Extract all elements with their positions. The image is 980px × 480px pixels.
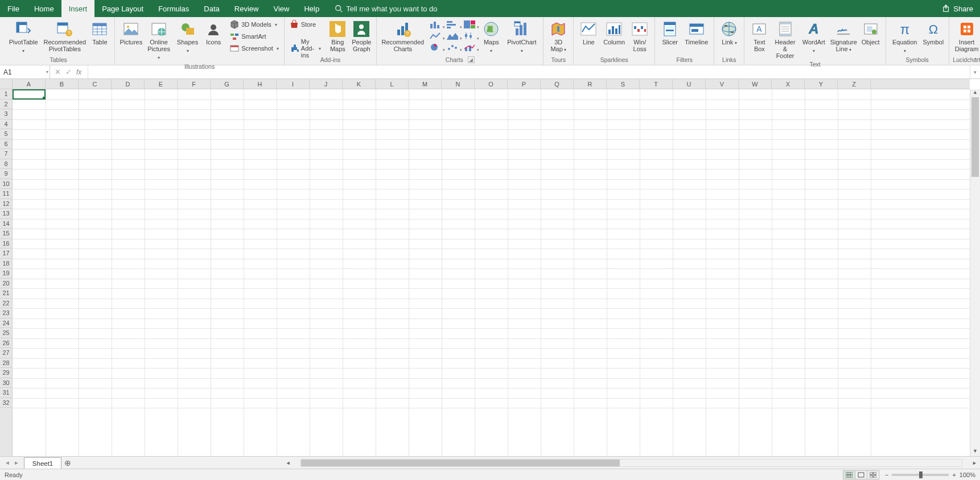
link-button[interactable]: Link xyxy=(718,19,740,48)
signature-line-button[interactable]: Signature Line xyxy=(829,19,858,55)
zoom-slider-thumb[interactable] xyxy=(919,471,923,478)
line-chart-button[interactable] xyxy=(429,31,442,40)
collapse-ribbon-button[interactable]: ⌃ xyxy=(973,57,978,63)
zoom-in-button[interactable]: + xyxy=(952,471,956,478)
new-sheet-button[interactable]: ⊕ xyxy=(61,457,74,469)
row-header-13[interactable]: 13 xyxy=(0,209,12,219)
row-header-26[interactable]: 26 xyxy=(0,338,12,349)
area-chart-button[interactable] xyxy=(446,31,459,40)
pictures-button[interactable]: Pictures xyxy=(118,19,143,47)
row-header-20[interactable]: 20 xyxy=(0,279,12,289)
row-header-27[interactable]: 27 xyxy=(0,348,12,358)
combo-chart-button[interactable] xyxy=(463,43,476,52)
column-header-E[interactable]: E xyxy=(145,79,178,89)
tab-formulas[interactable]: Formulas xyxy=(151,0,196,17)
people-graph-button[interactable]: People Graph xyxy=(350,19,373,53)
row-header-17[interactable]: 17 xyxy=(0,249,12,259)
tab-help[interactable]: Help xyxy=(297,0,327,17)
column-header-B[interactable]: B xyxy=(46,79,79,89)
scroll-left-button[interactable]: ◄ xyxy=(284,460,293,466)
pivotchart-button[interactable]: PivotChart xyxy=(504,19,540,56)
row-header-24[interactable]: 24 xyxy=(0,318,12,329)
tab-review[interactable]: Review xyxy=(227,0,266,17)
column-header-Y[interactable]: Y xyxy=(805,79,838,89)
icons-button[interactable]: Icons xyxy=(202,19,225,47)
row-header-12[interactable]: 12 xyxy=(0,199,12,209)
row-header-29[interactable]: 29 xyxy=(0,368,12,378)
object-button[interactable]: Object xyxy=(859,19,882,47)
scroll-right-button[interactable]: ► xyxy=(970,460,979,466)
row-header-1[interactable]: 1 xyxy=(0,89,12,100)
name-box[interactable]: A1▾ xyxy=(0,65,50,78)
expand-formula-bar-button[interactable]: ▾ xyxy=(970,65,980,78)
row-header-31[interactable]: 31 xyxy=(0,388,12,398)
zoom-level[interactable]: 100% xyxy=(960,471,975,478)
row-header-8[interactable]: 8 xyxy=(0,159,12,169)
row-header-4[interactable]: 4 xyxy=(0,119,12,130)
column-header-D[interactable]: D xyxy=(112,79,145,89)
pie-chart-button[interactable] xyxy=(429,43,442,52)
scroll-up-button[interactable]: ▲ xyxy=(970,89,980,97)
bar-chart-button[interactable] xyxy=(446,20,459,29)
table-button[interactable]: Table xyxy=(88,19,111,47)
tell-me-search[interactable]: Tell me what you want to do xyxy=(335,0,936,17)
column-chart-button[interactable] xyxy=(429,20,442,29)
horizontal-scroll-thumb[interactable] xyxy=(301,460,620,466)
row-header-5[interactable]: 5 xyxy=(0,129,12,139)
column-header-I[interactable]: I xyxy=(277,79,310,89)
column-header-Z[interactable]: Z xyxy=(838,79,871,89)
sheet-nav-buttons[interactable]: ◄► xyxy=(0,457,24,469)
normal-view-button[interactable] xyxy=(843,470,855,479)
page-break-view-button[interactable] xyxy=(867,470,879,479)
column-header-H[interactable]: H xyxy=(244,79,277,89)
row-header-14[interactable]: 14 xyxy=(0,219,12,229)
scatter-chart-button[interactable] xyxy=(446,43,459,52)
bing-maps-button[interactable]: Bing Maps xyxy=(326,19,349,53)
cells-area[interactable] xyxy=(13,89,970,456)
3d-models-button[interactable]: 3D Models xyxy=(228,19,281,30)
treemap-chart-button[interactable] xyxy=(463,20,476,29)
smartart-button[interactable]: SmartArt xyxy=(228,31,281,42)
wordart-button[interactable]: AWordArt xyxy=(800,19,828,56)
equation-button[interactable]: πEquation xyxy=(890,19,920,56)
insert-diagram-button[interactable]: Insert Diagram xyxy=(953,19,980,53)
recommended-pivottables-button[interactable]: ? Recommended PivotTables xyxy=(42,19,87,53)
row-header-28[interactable]: 28 xyxy=(0,358,12,369)
row-header-23[interactable]: 23 xyxy=(0,308,12,318)
row-header-21[interactable]: 21 xyxy=(0,288,12,299)
column-header-O[interactable]: O xyxy=(475,79,508,89)
charts-dialog-launcher[interactable]: ◢ xyxy=(468,56,475,63)
enter-formula-button[interactable]: ✓ xyxy=(65,68,72,76)
cancel-formula-button[interactable]: ✕ xyxy=(55,68,61,76)
row-header-6[interactable]: 6 xyxy=(0,139,12,150)
row-header-9[interactable]: 9 xyxy=(0,169,12,179)
column-header-C[interactable]: C xyxy=(79,79,112,89)
share-button[interactable]: Share xyxy=(936,0,980,17)
stock-chart-button[interactable] xyxy=(463,31,476,40)
shapes-button[interactable]: Shapes xyxy=(174,19,201,56)
vertical-scroll-thumb[interactable] xyxy=(971,97,979,177)
timeline-button[interactable]: Timeline xyxy=(682,19,710,47)
row-header-19[interactable]: 19 xyxy=(0,268,12,279)
scroll-down-button[interactable]: ▼ xyxy=(970,448,980,456)
row-headers[interactable]: 1234567891011121314151617181920212223242… xyxy=(0,89,13,456)
worksheet-grid[interactable]: ABCDEFGHIJKLMNOPQRSTUVWXYZ 1234567891011… xyxy=(0,79,980,456)
sheet-tab-sheet1[interactable]: Sheet1 xyxy=(24,457,61,469)
column-header-V[interactable]: V xyxy=(706,79,739,89)
symbol-button[interactable]: ΩSymbol xyxy=(921,19,945,47)
store-button[interactable]: Store xyxy=(288,19,323,30)
column-header-F[interactable]: F xyxy=(178,79,211,89)
row-header-22[interactable]: 22 xyxy=(0,299,12,309)
column-header-T[interactable]: T xyxy=(640,79,673,89)
row-header-11[interactable]: 11 xyxy=(0,189,12,199)
column-header-Q[interactable]: Q xyxy=(541,79,574,89)
column-header-R[interactable]: R xyxy=(574,79,607,89)
column-header-S[interactable]: S xyxy=(607,79,640,89)
sparkline-winloss-button[interactable]: Win/ Loss xyxy=(628,19,651,53)
zoom-slider[interactable] xyxy=(892,474,949,476)
column-header-J[interactable]: J xyxy=(310,79,343,89)
column-header-P[interactable]: P xyxy=(508,79,541,89)
screenshot-button[interactable]: Screenshot xyxy=(228,43,281,54)
active-cell-cursor[interactable] xyxy=(13,89,46,100)
insert-function-button[interactable]: fx xyxy=(76,68,83,76)
